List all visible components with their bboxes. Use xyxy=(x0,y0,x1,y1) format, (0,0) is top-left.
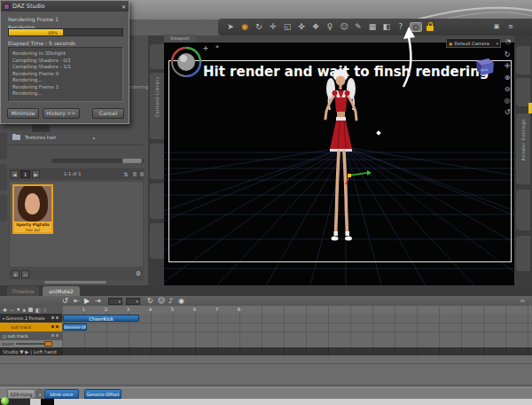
viewport-3d[interactable]: ✛ ⌖ Hit render and wait to finsh renderi… xyxy=(164,43,514,285)
target-mini-icon[interactable]: ⌖ xyxy=(215,43,219,51)
move-down-icon[interactable]: ▼ xyxy=(17,307,20,314)
left-dock-tab-content-library[interactable]: Content Library xyxy=(150,73,164,139)
sphere-shade-icon[interactable]: ◔ xyxy=(505,37,511,46)
view-mode-icon[interactable] xyxy=(132,171,137,177)
playback-combo-1[interactable]: ▾ xyxy=(108,298,122,305)
zoom-in-icon[interactable]: ⊕ xyxy=(502,73,512,83)
clip-cheerkick[interactable]: CheerKick xyxy=(63,315,139,322)
left-edge-tab-3[interactable] xyxy=(0,195,7,222)
right-dock-tab-render-settings[interactable]: Render Settings xyxy=(516,113,530,184)
zoom-out-icon[interactable]: ⊖ xyxy=(502,84,512,95)
panel-bottom-scrollbar[interactable] xyxy=(44,281,106,284)
gear-icon[interactable]: ⚙ xyxy=(136,269,141,278)
aniblock-genesis-offset[interactable]: Genesis-Offset xyxy=(84,389,121,399)
reset-view-icon[interactable]: ↺ xyxy=(502,107,512,118)
pan-icon[interactable]: ✛ xyxy=(502,61,512,72)
tab-timeline[interactable]: Timeline xyxy=(7,286,39,296)
close-icon[interactable]: ✕ xyxy=(121,4,126,10)
zoom-label: zoom xyxy=(2,341,14,347)
sort-icon[interactable]: ⇅ xyxy=(122,170,129,178)
left-dock-tabstrip: Content Library xyxy=(148,35,164,285)
tab-animate2[interactable]: aniMate2 xyxy=(43,286,80,296)
add-button[interactable]: + xyxy=(12,270,20,278)
camera-tool-icon[interactable]: ◧ xyxy=(381,22,392,32)
left-dock-tab-1[interactable] xyxy=(150,44,164,69)
studio-keys-row[interactable]: Studio ▼ ▶ | Left hand xyxy=(0,347,532,355)
page-next-button[interactable]: ▶ xyxy=(32,170,40,178)
camera-track-icon[interactable]: ◧ xyxy=(35,307,41,314)
aniblock-bar: 029-living ▾ blink-once Genesis-Offset xyxy=(0,387,532,399)
render-progress-dialog: DAZ Studio ✕ Rendering Frame 1 Rendering… xyxy=(0,0,129,124)
timeline-ruler[interactable]: 1 2 3 4 5 6 7 8 xyxy=(62,306,532,314)
page-prev-button[interactable]: ◀ xyxy=(11,170,19,178)
left-dock-tab-4[interactable] xyxy=(150,223,164,259)
orbit-icon[interactable]: ↻ xyxy=(502,50,512,60)
cancel-button[interactable]: Cancel xyxy=(92,108,124,119)
taskbar-item[interactable] xyxy=(41,399,54,405)
playback-combo-2[interactable]: ▾ xyxy=(126,298,140,305)
zoom-row-grid xyxy=(62,340,532,347)
minimize-button[interactable]: Minimize xyxy=(7,108,39,119)
tree-hscrollbar[interactable] xyxy=(51,159,144,163)
right-dock-tab-4[interactable] xyxy=(516,236,530,271)
history-button[interactable]: History >> xyxy=(43,108,80,119)
page-number[interactable]: 1 xyxy=(20,170,30,178)
pan-mini-icon[interactable]: ✛ xyxy=(203,44,208,53)
tree-hscroll-handle[interactable] xyxy=(122,159,142,163)
camera-selector[interactable]: ◉ Default Camera ▾ xyxy=(446,38,501,48)
filter-icon[interactable]: ▽ xyxy=(43,307,47,314)
pin-icon[interactable]: ▣ xyxy=(491,22,502,32)
geometry-tool-icon[interactable]: ▦ xyxy=(367,22,378,32)
right-dock-tab-1[interactable] xyxy=(516,46,530,74)
translate-gizmo[interactable] xyxy=(344,165,372,188)
chevron-down-icon: ▾ xyxy=(496,41,498,46)
figures-icon[interactable]: ☺ xyxy=(339,22,349,32)
cube-gizmo[interactable]: Front xyxy=(472,53,497,78)
translate-tool-icon[interactable]: ✛ xyxy=(268,22,278,32)
pointer-tool-icon[interactable]: ➤ xyxy=(225,22,236,32)
view-mode2-icon[interactable] xyxy=(139,171,145,177)
start-button[interactable] xyxy=(1,397,9,405)
rotate-tool-icon[interactable]: ↻ xyxy=(254,22,264,32)
animate2-panel: Timeline aniMate2 ↺ ⇤ ▶ ⇥ ▾ ▾ ↻ ☺ ♪ ◉ ≡ … xyxy=(0,285,532,387)
daz-studio-window: ➤ ◉ ↻ ✛ ◱ ✜ ❖ ♀ ☺ ✎ ▦ ◧ ? ▣ ≡ ndering xyxy=(0,0,532,405)
track-subtrack-1[interactable]: sub track xyxy=(0,323,62,331)
panel-menu-icon[interactable]: ≡ xyxy=(505,22,516,32)
move-up-icon[interactable]: ▲ xyxy=(23,307,26,314)
aniblock-blink-once[interactable]: blink-once xyxy=(44,389,79,399)
universal-tool-icon[interactable]: ◉ xyxy=(239,22,250,32)
add-track-icon[interactable]: ✚ xyxy=(3,307,7,314)
node-tool-icon[interactable]: ❖ xyxy=(310,22,321,32)
clip-genesis-off[interactable]: Genesis-Off xyxy=(63,323,87,331)
thumbnail-sporty-pigtails[interactable]: Sporty Pigtails Hair duf xyxy=(12,184,53,234)
thumbnail-title: Sporty Pigtails xyxy=(14,222,51,227)
folder-icon xyxy=(12,135,20,140)
aniblock-029-living[interactable]: 029-living xyxy=(7,389,35,399)
figure-icon[interactable]: ♀ xyxy=(325,22,335,32)
frame-icon[interactable]: ◎ xyxy=(502,96,512,106)
right-dock-tab-3[interactable] xyxy=(516,190,530,230)
left-dock-tab-2[interactable] xyxy=(150,144,164,179)
remove-button[interactable]: − xyxy=(21,270,29,278)
mini-tab[interactable] xyxy=(32,125,50,132)
dialog-titlebar[interactable]: DAZ Studio ✕ xyxy=(1,1,129,12)
studio-row-label: Studio ▼ ▶ | Left hand xyxy=(3,349,57,354)
left-edge-tab-2[interactable] xyxy=(0,164,7,191)
folder-label: Textures hair xyxy=(25,135,56,140)
zoom-slider-handle[interactable] xyxy=(44,341,52,347)
aniblock-caret[interactable]: ▾ xyxy=(36,389,43,399)
active-pose-tool-icon[interactable]: ✜ xyxy=(296,22,307,32)
left-edge-tab-1[interactable] xyxy=(0,133,7,160)
left-dock-tab-3[interactable] xyxy=(150,183,164,219)
thumbnail-subtitle: Hair duf xyxy=(14,228,51,232)
surface-tool-icon[interactable]: ✎ xyxy=(353,22,364,32)
track-genesis2female[interactable]: ▾ Genesis 2 Female xyxy=(0,314,62,323)
scale-tool-icon[interactable]: ◱ xyxy=(282,22,293,32)
viewport-tab[interactable]: Viewport xyxy=(164,35,196,43)
remove-track-icon[interactable]: − xyxy=(10,307,14,314)
track-subtrack-2[interactable]: ◫ sub track xyxy=(0,331,62,340)
lock-track-icon[interactable] xyxy=(28,308,33,312)
orbit-gizmo[interactable] xyxy=(170,46,202,78)
folder-row[interactable]: Textures hair xyxy=(9,132,144,144)
progress-bar: 48% xyxy=(8,28,123,36)
